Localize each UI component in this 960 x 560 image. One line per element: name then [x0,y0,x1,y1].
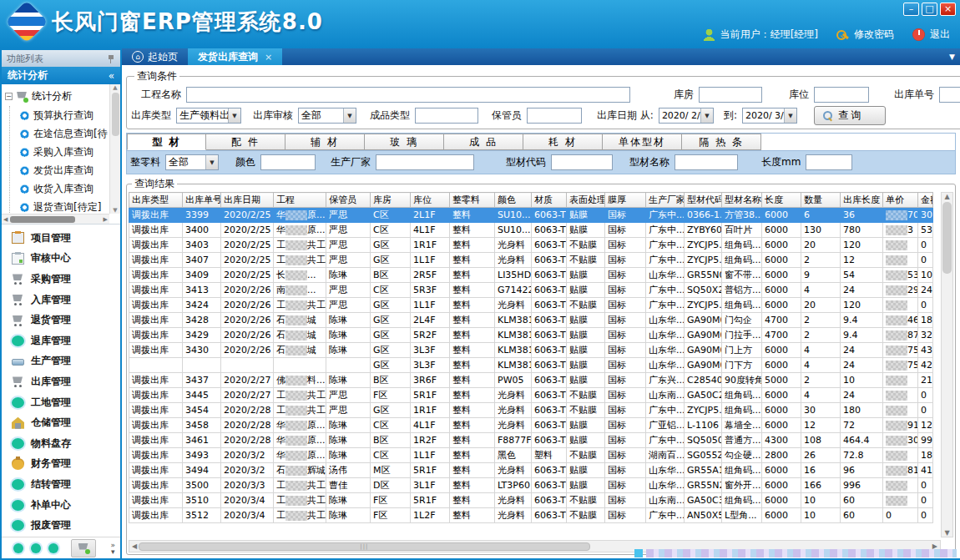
column-header[interactable]: 出库类型 [129,193,183,208]
scroll-right-icon[interactable]: ▶ [104,216,108,223]
scroll-up-icon[interactable]: ▲ [113,84,117,91]
table-row[interactable]: 调拨出库34132020/2/26南...严思C区5R3F整料G71422606… [129,283,933,298]
stats-section-header[interactable]: 统计分析 « [2,67,120,84]
material-tab[interactable]: 型 材 [127,134,206,150]
minimize-button[interactable]: – [903,3,919,16]
outbound-audit-select[interactable]: 全部▼ [298,108,356,124]
sidebar-menu-item[interactable]: 入库管理 [2,290,120,310]
column-header[interactable]: 颜色 [495,193,532,208]
table-row[interactable]: 调拨出库34942020/3/2石辉城汤伟M区5R1F整料光身料6063-T5贴… [129,463,933,478]
column-header[interactable]: 型材代码 [685,193,722,208]
column-header[interactable]: 出库长度 [841,193,883,208]
close-button[interactable]: × [940,3,956,16]
scroll-thumb[interactable] [10,216,75,223]
table-row[interactable]: 调拨出库34372020/2/27佛料...陈琳B区3R6F整料PW056063… [129,373,933,388]
table-row[interactable]: 调拨出库34292020/2/26石城陈琳G区5R2F整料KLM38176063… [129,328,933,343]
length-input[interactable] [806,154,852,170]
scroll-thumb[interactable] [112,93,119,136]
material-tab[interactable]: 配 件 [206,134,285,150]
location-input[interactable] [814,87,869,103]
maximize-button[interactable]: □ [922,3,937,16]
table-row[interactable]: 调拨出库35122020/3/4工共工程陈琳F区1L2F整料光身料6063-T5… [129,508,933,523]
date-to-picker[interactable]: 2020/ 3/16▼ [742,108,797,124]
table-row[interactable]: 调拨出库34002020/2/25华原...严思C区4L1F整料SU10...6… [129,223,933,238]
column-header[interactable]: 整零料 [450,193,495,208]
profile-code-input[interactable] [551,154,613,170]
sidebar-menu-item[interactable]: 补单中心 [2,495,120,516]
column-header[interactable]: 膜厚 [605,193,646,208]
table-row[interactable]: 调拨出库35002020/3/3工共工程曹佳D区3L1F整料LT3P606063… [129,478,933,493]
sidebar-menu-item[interactable]: 财务管理 [2,454,120,475]
keeper-input[interactable] [527,108,582,124]
column-header[interactable]: 长度 [762,193,801,208]
tree-vertical-scrollbar[interactable]: ▲ ▼ [109,84,120,214]
material-tab[interactable]: 辅 材 [285,134,365,150]
material-tab[interactable]: 单体型材 [603,134,682,150]
scroll-down-icon[interactable]: ▼ [944,529,949,537]
column-header[interactable]: 型材名称 [722,193,762,208]
table-row[interactable]: 调拨出库33992020/2/25华原...严思C区2L1F整料SU10...6… [129,208,933,223]
column-header[interactable]: 表面处理 [567,193,605,208]
table-row[interactable]: 调拨出库34282020/2/26石城陈琳G区2L4F整料KLM38176063… [129,313,933,328]
scroll-down-icon[interactable]: ▼ [113,207,117,214]
module-dot-icon[interactable] [31,543,41,553]
order-no-input[interactable] [939,87,960,103]
pin-icon[interactable] [108,54,115,63]
column-header[interactable]: 工程 [274,193,326,208]
table-row[interactable]: 调拨出库34542020/2/28工共工程严思G区1R1F整料光身料6063-T… [129,403,933,418]
sidebar-menu-item[interactable]: 退库管理 [2,330,120,351]
table-row[interactable]: 调拨出库35102020/3/4工共工程陈琳F区5R1F整料光身料6063-T5… [129,493,933,508]
material-tab[interactable]: 耗 材 [523,134,603,150]
scroll-thumb[interactable] [942,202,952,274]
sidebar-menu-item[interactable]: 生产管理 [2,351,120,372]
factory-input[interactable] [376,154,474,170]
table-row[interactable]: 调拨出库34242020/2/26工共工程严思G区1L1F整料光身料6063-T… [129,298,933,313]
tree-item[interactable]: 发货出库查询 [10,161,120,179]
tree-horizontal-scrollbar[interactable]: ◀ ▶ [2,214,109,224]
column-header[interactable]: 库房 [371,193,411,208]
scroll-thumb[interactable]: ||| [139,542,589,551]
column-header[interactable]: 生产厂家 [646,193,685,208]
outbound-type-select[interactable]: 生产领料出库▼ [176,108,241,124]
column-header[interactable]: 数量 [801,193,841,208]
sidebar-menu-item[interactable]: 仓储管理 [2,412,120,433]
tab-home[interactable]: 起始页 [122,48,188,65]
color-input[interactable] [260,154,316,170]
tab-close-icon[interactable]: × [265,52,272,63]
table-row[interactable]: 调拨出库34072020/2/25工共工程严思G区1L1F整料光身料6063-T… [129,253,933,268]
project-name-input[interactable] [186,87,630,103]
tab-list-dropdown-icon[interactable]: ▼ [949,53,960,61]
date-from-picker[interactable]: 2020/ 2/16▼ [659,108,714,124]
table-row[interactable]: 调拨出库34612020/2/28华原...陈琳B区1R2F整料F8877FT6… [129,433,933,448]
table-row[interactable]: 调拨出库34582020/2/28华原...陈琳C区4L1F整料光身料6063-… [129,418,933,433]
module-dot-icon[interactable] [13,543,23,553]
tree-item[interactable]: 预算执行查询 [10,106,120,124]
sidebar-menu-item[interactable]: 审核中心 [2,249,120,270]
column-header[interactable]: 出库日期 [221,193,274,208]
tab-shipment-query[interactable]: 发货出库查询 × [188,48,282,65]
table-row[interactable]: 调拨出库34032020/2/25工共工程严思G区1R1F整料光身料6063-T… [129,238,933,253]
table-row[interactable]: 调拨出库34302020/2/26石城陈琳G区3L3F整料KLM38176063… [129,343,933,358]
sidebar-menu-item[interactable]: 退货管理 [2,310,120,330]
material-tab[interactable]: 成 品 [444,134,523,150]
column-header[interactable]: 单价 [883,193,918,208]
column-header[interactable]: 出库单号 [183,193,221,208]
module-cart-button[interactable] [71,539,96,557]
warehouse-input[interactable] [699,87,762,103]
table-row[interactable]: 调拨出库34092020/2/25长...陈琳B区2R5F整料LI35HD606… [129,268,933,283]
profile-name-input[interactable] [675,154,738,170]
collapse-icon[interactable]: « [109,70,114,82]
module-dot-icon[interactable] [48,543,58,553]
sidebar-menu-item[interactable]: 项目管理 [2,228,120,249]
scroll-up-icon[interactable]: ▲ [944,193,949,200]
sidebar-menu-item[interactable]: 工地管理 [2,392,120,413]
sidebar-menu-item[interactable]: 结转管理 [2,474,120,495]
material-tab[interactable]: 玻 璃 [365,134,444,150]
logout-link[interactable]: 退出 [930,28,950,42]
table-row[interactable]: 调拨出库34452020/2/27工共工程严思F区5R1F整料光身料6063-T… [129,388,933,403]
grid-vertical-scrollbar[interactable]: ▲ ▼ [941,192,953,537]
tree-collapse-icon[interactable]: − [5,93,13,100]
table-row[interactable]: 调拨出库34932020/3/2华原...陈琳C区1L1F整料黑色塑料不贴膜国标… [129,448,933,463]
scroll-left-icon[interactable]: ◀ [132,542,137,550]
sidebar-menu-item[interactable]: 物料盘存 [2,433,120,454]
